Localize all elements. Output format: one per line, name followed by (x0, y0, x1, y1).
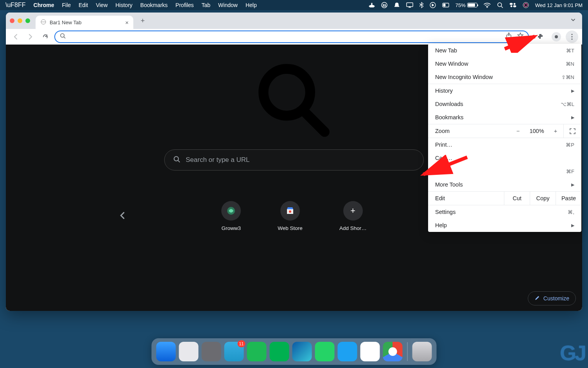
svg-point-14 (511, 5, 512, 7)
siri-icon[interactable] (523, 2, 529, 8)
close-tab-icon[interactable]: × (125, 19, 129, 26)
control-strip-icon[interactable] (509, 3, 516, 7)
menu-edit[interactable]: Edit (79, 2, 88, 8)
menu-cast[interactable]: Cast… (428, 151, 581, 165)
extensions-icon[interactable] (534, 31, 547, 43)
shortcut-webstore[interactable]: Web Store (278, 201, 303, 231)
menu-help[interactable]: Help▶ (428, 219, 581, 232)
dock-twitter[interactable] (338, 342, 357, 361)
menu-window[interactable]: Window (218, 2, 238, 8)
screen-mirror-icon[interactable] (406, 2, 413, 8)
minimize-window[interactable] (18, 18, 22, 23)
wifi-icon[interactable] (484, 3, 491, 8)
edit-paste[interactable]: Paste (556, 192, 581, 205)
edit-cut[interactable]: Cut (504, 192, 530, 205)
share-icon[interactable] (506, 32, 512, 41)
status-icon-2[interactable]: 11 (381, 2, 387, 8)
bookmark-star-icon[interactable] (517, 32, 523, 41)
zoom-out-button[interactable]: − (510, 124, 526, 138)
app-name[interactable]: Chrome (34, 2, 54, 8)
notification-icon[interactable] (394, 2, 400, 8)
dock-launchpad[interactable] (179, 342, 199, 361)
bluetooth-icon[interactable] (419, 2, 423, 8)
clock[interactable]: Wed 12 Jan 9:01 PM (535, 2, 583, 8)
forward-button[interactable] (25, 31, 36, 43)
dock-finder[interactable] (156, 342, 176, 361)
svg-point-9 (498, 3, 502, 7)
window-controls[interactable] (10, 18, 30, 23)
macos-menubar: \uF8FF Chrome File Edit View History Boo… (0, 0, 588, 10)
menu-history[interactable]: History▶ (428, 84, 581, 97)
submenu-arrow-icon: ▶ (571, 115, 574, 120)
tabs-dropdown-icon[interactable] (570, 17, 578, 24)
dock-spotify[interactable] (247, 342, 267, 361)
menu-bookmarks[interactable]: Bookmarks▶ (428, 111, 581, 124)
dock-settings[interactable] (202, 342, 221, 361)
menu-file[interactable]: File (62, 2, 71, 8)
svg-point-31 (289, 210, 291, 213)
dock-trash[interactable] (412, 342, 432, 361)
carousel-prev-icon[interactable] (118, 211, 127, 221)
shortcut-groww3[interactable]: Groww3 (221, 201, 241, 231)
dock-edge[interactable] (292, 342, 312, 361)
new-tab-button[interactable]: + (137, 15, 148, 26)
profile-button[interactable] (550, 31, 563, 43)
edit-copy[interactable]: Copy (530, 192, 556, 205)
spotlight-icon[interactable] (497, 2, 503, 8)
fullscreen-window[interactable] (25, 18, 30, 23)
menu-new-tab[interactable]: New Tab⌘T (428, 44, 581, 57)
apple-menu[interactable]: \uF8FF (5, 2, 26, 9)
chrome-menu-button[interactable] (566, 31, 578, 43)
svg-point-19 (61, 34, 64, 37)
svg-line-28 (178, 160, 180, 162)
menu-more-tools[interactable]: More Tools▶ (428, 178, 581, 191)
svg-text:11: 11 (382, 4, 386, 7)
dock-chrome[interactable] (383, 342, 403, 361)
menu-zoom: Zoom − 100% + (428, 124, 581, 138)
search-icon (173, 156, 180, 164)
battery-status[interactable]: 75% (455, 2, 477, 8)
close-window[interactable] (10, 18, 14, 23)
ntp-shortcuts: Groww3 Web Store + Add Shor… (142, 201, 446, 231)
zoom-percent: 100% (526, 128, 548, 134)
tab-strip: Bar1 New Tab × + (6, 13, 582, 29)
menu-edit-row: Edit Cut Copy Paste (428, 192, 581, 205)
menu-new-window[interactable]: New Window⌘N (428, 57, 581, 70)
status-icon-1[interactable] (369, 3, 375, 7)
play-icon[interactable] (430, 2, 436, 8)
svg-line-20 (64, 37, 65, 38)
menu-bookmarks[interactable]: Bookmarks (140, 2, 168, 8)
search-icon (60, 33, 66, 40)
menu-downloads[interactable]: Downloads⌥⌘L (428, 97, 581, 111)
ntp-logo-icon (249, 56, 339, 148)
menu-profiles[interactable]: Profiles (176, 2, 194, 8)
dock-telegram[interactable]: 11 (224, 342, 244, 361)
control-center-icon[interactable] (442, 3, 449, 7)
dock-brave[interactable] (360, 342, 380, 361)
menu-print[interactable]: Print…⌘P (428, 138, 581, 151)
menu-incognito[interactable]: New Incognito Window⇧⌘N (428, 70, 581, 84)
menu-find[interactable]: Find…⌘F (428, 165, 581, 178)
menu-tab[interactable]: Tab (202, 2, 211, 8)
svg-rect-11 (510, 3, 513, 5)
svg-rect-1 (371, 3, 372, 5)
omnibox-input[interactable] (69, 34, 503, 40)
dock-messages[interactable] (270, 342, 289, 361)
menu-settings[interactable]: Settings⌘, (428, 205, 581, 219)
reload-button[interactable] (39, 31, 51, 43)
submenu-arrow-icon: ▶ (571, 223, 574, 228)
zoom-in-button[interactable]: + (548, 124, 563, 138)
ntp-search-placeholder: Search or type a URL (186, 156, 249, 164)
back-button[interactable] (10, 31, 22, 43)
svg-rect-12 (513, 5, 516, 7)
menu-help[interactable]: Help (246, 2, 257, 8)
dock-whatsapp[interactable] (315, 342, 335, 361)
shortcut-add[interactable]: + Add Shor… (339, 201, 367, 231)
active-tab[interactable]: Bar1 New Tab × (36, 16, 133, 29)
customize-button[interactable]: Customize (528, 291, 576, 305)
fullscreen-button[interactable] (563, 124, 581, 138)
menu-history[interactable]: History (115, 2, 133, 8)
omnibox[interactable] (54, 31, 529, 43)
ntp-searchbox[interactable]: Search or type a URL (164, 149, 424, 171)
menu-view[interactable]: View (96, 2, 108, 8)
